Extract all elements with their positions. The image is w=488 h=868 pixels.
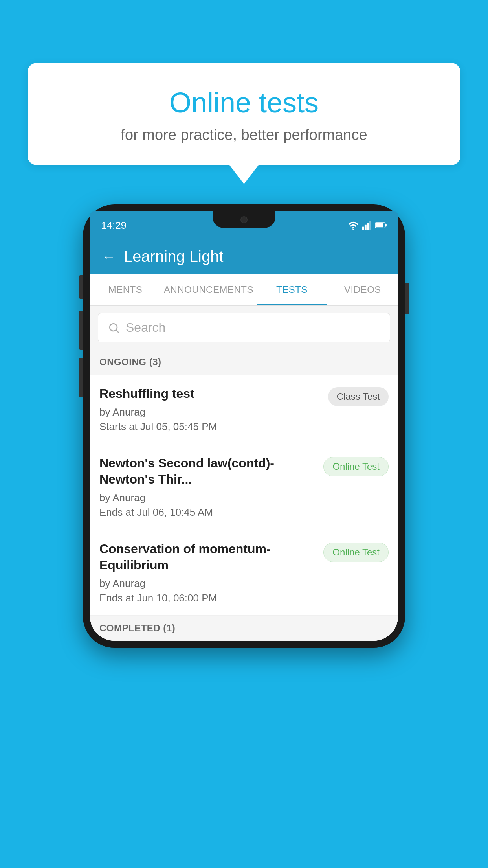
- ongoing-section-header: ONGOING (3): [90, 349, 398, 375]
- test-date: Ends at Jun 10, 06:00 PM: [99, 592, 316, 604]
- test-info: Newton's Second law(contd)-Newton's Thir…: [99, 455, 323, 519]
- test-item[interactable]: Conservation of momentum-Equilibrium by …: [90, 530, 398, 616]
- app-title: Learning Light: [124, 248, 224, 265]
- test-name: Reshuffling test: [99, 386, 320, 402]
- svg-rect-2: [365, 225, 367, 230]
- test-item[interactable]: Reshuffling test by Anurag Starts at Jul…: [90, 375, 398, 444]
- test-list: Reshuffling test by Anurag Starts at Jul…: [90, 375, 398, 616]
- test-name: Newton's Second law(contd)-Newton's Thir…: [99, 455, 316, 488]
- test-badge: Online Test: [323, 457, 389, 476]
- status-time: 14:29: [101, 219, 127, 232]
- tab-videos[interactable]: VIDEOS: [327, 274, 398, 305]
- svg-rect-1: [362, 227, 364, 230]
- phone-container: 14:29: [83, 204, 405, 648]
- status-icons: [348, 221, 387, 230]
- speech-bubble-container: Online tests for more practice, better p…: [28, 63, 460, 165]
- tab-ments[interactable]: MENTS: [90, 274, 161, 305]
- test-author: by Anurag: [99, 406, 320, 418]
- volume-down-button: [79, 311, 83, 350]
- test-badge: Online Test: [323, 542, 389, 562]
- front-camera: [240, 216, 248, 223]
- app-header: ← Learning Light: [90, 239, 398, 274]
- test-info: Reshuffling test by Anurag Starts at Jul…: [99, 386, 328, 433]
- status-bar: 14:29: [90, 211, 398, 239]
- volume-up-button: [79, 275, 83, 299]
- search-icon: [108, 322, 120, 334]
- silent-button: [79, 358, 83, 397]
- svg-rect-3: [367, 223, 369, 230]
- tab-tests[interactable]: TESTS: [257, 274, 327, 305]
- svg-point-8: [110, 324, 117, 331]
- tabs-container: MENTS ANNOUNCEMENTS TESTS VIDEOS: [90, 274, 398, 306]
- tab-announcements[interactable]: ANNOUNCEMENTS: [161, 274, 257, 305]
- power-button: [405, 283, 409, 314]
- test-author: by Anurag: [99, 577, 316, 590]
- speech-bubble-title: Online tests: [51, 86, 437, 119]
- battery-icon: [375, 221, 387, 230]
- test-date: Ends at Jul 06, 10:45 AM: [99, 506, 316, 519]
- svg-point-0: [352, 229, 354, 230]
- test-item[interactable]: Newton's Second law(contd)-Newton's Thir…: [90, 444, 398, 530]
- svg-line-9: [116, 330, 119, 333]
- search-bar[interactable]: Search: [98, 313, 390, 342]
- speech-bubble-subtitle: for more practice, better performance: [51, 127, 437, 143]
- phone-screen: ← Learning Light MENTS ANNOUNCEMENTS TES…: [90, 239, 398, 641]
- test-author: by Anurag: [99, 492, 316, 504]
- svg-rect-7: [376, 223, 383, 227]
- search-container: Search: [90, 306, 398, 349]
- svg-rect-6: [385, 224, 386, 227]
- signal-icon: [362, 221, 372, 230]
- test-date: Starts at Jul 05, 05:45 PM: [99, 421, 320, 433]
- svg-rect-4: [369, 221, 371, 230]
- phone-frame: 14:29: [83, 204, 405, 648]
- test-badge: Class Test: [328, 387, 389, 406]
- speech-bubble: Online tests for more practice, better p…: [28, 63, 460, 165]
- test-info: Conservation of momentum-Equilibrium by …: [99, 541, 323, 604]
- search-placeholder: Search: [126, 320, 165, 335]
- back-button[interactable]: ←: [102, 248, 116, 265]
- test-name: Conservation of momentum-Equilibrium: [99, 541, 316, 574]
- completed-section-header: COMPLETED (1): [90, 616, 398, 641]
- wifi-icon: [348, 221, 359, 230]
- notch: [213, 211, 275, 228]
